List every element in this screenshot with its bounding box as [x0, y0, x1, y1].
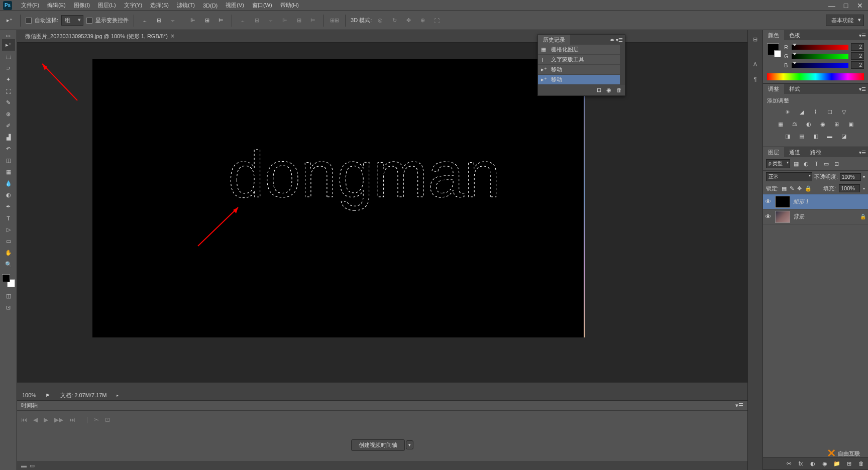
timeline-transition[interactable]: ⊡ [105, 416, 110, 423]
history-scrollbar[interactable] [620, 45, 625, 85]
auto-align[interactable]: ⊞⊞ [329, 15, 340, 26]
history-menu-icon[interactable]: ▾☰ [616, 37, 623, 43]
quickmask-tool[interactable]: ◫ [2, 290, 15, 302]
auto-select-dropdown[interactable]: 组 [61, 15, 83, 26]
history-item[interactable]: ▦ 栅格化图层 [538, 45, 620, 55]
exposure-icon[interactable]: ☐ [825, 107, 834, 116]
swatches-tab[interactable]: 色板 [784, 30, 805, 41]
auto-select-checkbox[interactable] [26, 18, 32, 24]
tab-close-icon[interactable]: × [171, 33, 174, 40]
g-slider[interactable] [792, 54, 848, 59]
distribute-left[interactable]: ⊩ [279, 15, 290, 26]
crop-tool[interactable]: ⛶ [2, 85, 15, 97]
zoom-tool[interactable]: 🔍 [2, 259, 15, 270]
history-item[interactable]: T 文字蒙版工具 [538, 55, 620, 65]
color-bg-swatch[interactable] [774, 50, 781, 57]
distribute-vcenter[interactable]: ⊟ [251, 15, 262, 26]
3d-orbit[interactable]: ◎ [375, 15, 386, 26]
b-slider[interactable] [792, 63, 848, 68]
zoom-level[interactable]: 100% [22, 392, 36, 398]
paths-tab[interactable]: 路径 [805, 147, 826, 158]
layer-group-icon[interactable]: 📁 [833, 459, 841, 467]
color-swatches[interactable] [2, 274, 15, 287]
menu-image[interactable]: 图像(I) [70, 0, 94, 11]
balance-icon[interactable]: ⚖ [790, 120, 799, 129]
history-item[interactable]: ▸⁺ 移动 [538, 65, 620, 75]
histogram-icon[interactable]: ⊟ [750, 34, 761, 44]
menu-select[interactable]: 选择(S) [146, 0, 173, 11]
history-tab[interactable]: 历史记录 [538, 35, 570, 45]
adjustments-menu-icon[interactable]: ▾☰ [859, 86, 866, 92]
r-value[interactable]: 2 [851, 43, 864, 51]
show-transform-checkbox[interactable] [86, 18, 92, 24]
path-select-tool[interactable]: ▷ [2, 224, 15, 236]
posterize-icon[interactable]: ▤ [797, 132, 806, 141]
timeline-zoom-slider[interactable]: ▭ [30, 462, 35, 469]
blur-tool[interactable]: 💧 [2, 178, 15, 189]
opacity-dropdown-icon[interactable]: ▾ [863, 175, 865, 179]
align-top[interactable]: ⫠ [139, 15, 150, 26]
menu-layer[interactable]: 图层(L) [94, 0, 120, 11]
blend-mode-dropdown[interactable]: 正常 [766, 172, 812, 181]
history-delete-icon[interactable]: 🗑 [616, 87, 622, 93]
fill-dropdown-icon[interactable]: ▾ [863, 186, 865, 191]
distribute-top[interactable]: ⫠ [237, 15, 248, 26]
pen-tool[interactable]: ✒ [2, 201, 15, 212]
menu-window[interactable]: 窗口(W) [248, 0, 276, 11]
dodge-tool[interactable]: ◐ [2, 189, 15, 201]
bw-icon[interactable]: ◐ [804, 120, 813, 129]
close-button[interactable]: ✕ [855, 2, 865, 10]
color-fg-swatch[interactable] [767, 43, 779, 55]
magic-wand-tool[interactable]: ✦ [2, 74, 15, 85]
history-brush-tool[interactable]: ↶ [2, 143, 15, 155]
timeline-zoom-out[interactable]: ▬ [21, 462, 27, 468]
hue-icon[interactable]: ▦ [776, 120, 785, 129]
filter-type-icon[interactable]: T [812, 160, 820, 168]
menu-filter[interactable]: 滤镜(T) [173, 0, 199, 11]
layer-visibility-icon[interactable]: 👁 [765, 198, 772, 205]
layer-fx-icon[interactable]: fx [797, 459, 805, 467]
new-layer-icon[interactable]: ⊞ [845, 459, 853, 467]
healing-tool[interactable]: ⊛ [2, 108, 15, 120]
align-bottom[interactable]: ⫟ [167, 15, 178, 26]
align-vcenter[interactable]: ⊟ [153, 15, 164, 26]
canvas[interactable]: dongman [92, 59, 585, 337]
layer-filter-dropdown[interactable]: ρ 类型 [766, 159, 790, 168]
history-collapse-icon[interactable]: ◂▸ [610, 37, 615, 42]
horizontal-scrollbar[interactable] [17, 382, 747, 390]
3d-scale[interactable]: ⛶ [431, 15, 442, 26]
layer-mask-icon[interactable]: ◐ [809, 459, 817, 467]
menu-edit[interactable]: 编辑(E) [43, 0, 70, 11]
levels-icon[interactable]: ◢ [797, 107, 806, 116]
timeline-cut[interactable]: ✂ [94, 416, 99, 423]
docinfo-dropdown-icon[interactable]: ▸ [117, 393, 119, 398]
adjustments-tab[interactable]: 调整 [763, 84, 784, 94]
brightness-icon[interactable]: ☀ [783, 107, 792, 116]
selective-color-icon[interactable]: ◪ [839, 132, 848, 141]
history-item[interactable]: ▸⁺ 移动 [538, 75, 620, 85]
menu-type[interactable]: 文字(Y) [120, 0, 147, 11]
invert-icon[interactable]: ◨ [783, 132, 792, 141]
timeline-next[interactable]: ▶▶ [54, 416, 63, 423]
align-left[interactable]: ⊩ [187, 15, 198, 26]
eraser-tool[interactable]: ◫ [2, 155, 15, 166]
screenmode-tool[interactable]: ⊡ [2, 302, 15, 313]
align-hcenter[interactable]: ⊞ [201, 15, 212, 26]
photo-filter-icon[interactable]: ◉ [818, 120, 827, 129]
channels-tab[interactable]: 通道 [784, 147, 805, 158]
paragraph-icon[interactable]: ¶ [750, 74, 761, 84]
lock-all-icon[interactable]: 🔒 [805, 185, 812, 192]
distribute-bottom[interactable]: ⫟ [265, 15, 276, 26]
hand-tool[interactable]: ✋ [2, 247, 15, 259]
styles-tab[interactable]: 样式 [784, 84, 805, 94]
eyedropper-tool[interactable]: ✎ [2, 97, 15, 108]
threshold-icon[interactable]: ◧ [811, 132, 820, 141]
fill-value[interactable]: 100% [839, 184, 860, 192]
filter-pixel-icon[interactable]: ▦ [792, 160, 800, 168]
filter-shape-icon[interactable]: ▭ [822, 160, 830, 168]
curves-icon[interactable]: ⌇ [811, 107, 820, 116]
type-tool[interactable]: T [2, 212, 15, 224]
lasso-tool[interactable]: ⊃ [2, 62, 15, 74]
distribute-hcenter[interactable]: ⊞ [293, 15, 304, 26]
character-icon[interactable]: A [750, 59, 761, 69]
